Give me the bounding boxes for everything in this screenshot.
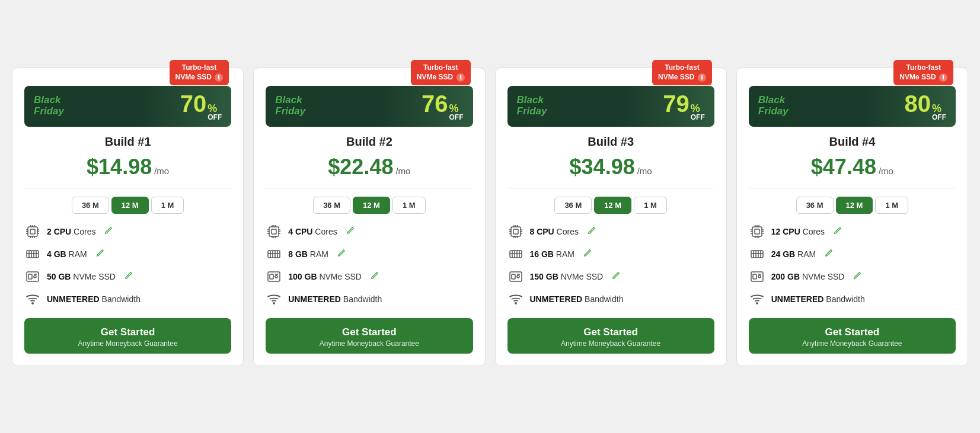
spec-item-wifi: UNMETERED Bandwidth (507, 291, 714, 307)
edit-icon[interactable] (587, 226, 596, 237)
ram-icon (749, 246, 765, 262)
edit-icon[interactable] (95, 248, 105, 259)
spec-text: 8 CPU Cores (530, 227, 579, 236)
price-line: $47.48 /mo (811, 155, 893, 179)
edit-icon[interactable] (853, 271, 862, 282)
period-btn-1m[interactable]: 1 M (875, 197, 908, 214)
period-btn-12m[interactable]: 12 M (594, 197, 631, 214)
svg-rect-21 (28, 274, 32, 279)
svg-rect-1 (30, 229, 35, 234)
spec-item-cpu: 12 CPU Cores (749, 223, 956, 240)
period-btn-36m[interactable]: 36 M (72, 197, 109, 214)
edit-icon[interactable] (611, 271, 621, 282)
cpu-icon (266, 223, 282, 240)
bf-discount: 79 % OFF (663, 92, 705, 121)
bf-off: OFF (691, 114, 705, 121)
info-icon[interactable]: ℹ (215, 73, 223, 82)
period-btn-36m[interactable]: 36 M (796, 197, 834, 214)
svg-point-24 (32, 303, 33, 304)
get-started-button[interactable]: Get Started Anytime Moneyback Guarantee (24, 318, 231, 354)
info-icon[interactable]: ℹ (939, 73, 947, 82)
spec-bold: UNMETERED (288, 294, 341, 304)
spec-item-wifi: UNMETERED Bandwidth (749, 291, 956, 307)
period-btn-12m[interactable]: 12 M (836, 197, 873, 214)
edit-icon[interactable] (104, 226, 113, 237)
get-started-button[interactable]: Get Started Anytime Moneyback Guarantee (266, 318, 473, 354)
spec-text: 16 GB RAM (530, 249, 574, 259)
edit-icon[interactable] (337, 248, 346, 259)
divider (266, 188, 473, 188)
bf-percent: % (449, 103, 459, 114)
bf-discount: 70 % OFF (180, 92, 222, 121)
build-title: Build #2 (346, 135, 392, 149)
ram-icon (24, 246, 41, 262)
edit-icon[interactable] (370, 271, 379, 282)
spec-bold: 8 CPU (530, 227, 554, 236)
turbo-badge: Turbo-fastNVMe SSD ℹ (411, 60, 471, 86)
edit-icon[interactable] (124, 271, 133, 282)
period-selector: 36 M12 M1 M (313, 197, 425, 214)
period-btn-1m[interactable]: 1 M (151, 197, 184, 214)
black-friday-banner: BlackFriday 80 % OFF (749, 86, 956, 127)
turbo-badge: Turbo-fastNVMe SSD ℹ (893, 60, 953, 86)
spec-item-cpu: 4 CPU Cores (266, 223, 473, 240)
info-icon[interactable]: ℹ (457, 73, 465, 82)
edit-icon[interactable] (824, 248, 834, 259)
bf-number: 76 (422, 92, 448, 116)
spec-item-ram: 24 GB RAM (749, 246, 956, 262)
edit-icon[interactable] (833, 226, 842, 237)
ram-icon (507, 246, 524, 262)
spec-text: 200 GB NVMe SSD (771, 272, 845, 281)
spec-item-wifi: UNMETERED Bandwidth (266, 291, 473, 307)
spec-item-ssd: 50 GB NVMe SSD (24, 268, 231, 285)
price-amount: $22.48 (328, 155, 393, 179)
svg-rect-26 (272, 229, 276, 234)
svg-rect-96 (753, 274, 756, 279)
bf-discount: 76 % OFF (422, 92, 464, 121)
divider (507, 188, 714, 188)
spec-text: 24 GB RAM (771, 249, 816, 259)
get-started-button[interactable]: Get Started Anytime Moneyback Guarantee (749, 318, 956, 354)
period-btn-12m[interactable]: 12 M (111, 197, 149, 214)
moneyback-label: Anytime Moneyback Guarantee (30, 339, 225, 348)
build-title: Build #4 (829, 135, 875, 149)
svg-rect-75 (752, 227, 762, 236)
cpu-icon (507, 223, 524, 240)
spec-bold: 16 GB (530, 249, 554, 259)
price-line: $22.48 /mo (328, 155, 410, 179)
bf-number: 70 (180, 92, 207, 116)
price-period: /mo (879, 166, 893, 176)
period-btn-1m[interactable]: 1 M (634, 197, 667, 214)
svg-point-72 (517, 275, 519, 278)
build-title: Build #3 (588, 135, 634, 149)
specs-list: 12 CPU Cores 24 GB RAM 200 GB NVMe SSD (749, 223, 956, 307)
spec-item-wifi: UNMETERED Bandwidth (24, 291, 231, 307)
period-btn-36m[interactable]: 36 M (313, 197, 350, 214)
ssd-icon (749, 268, 765, 285)
price-period: /mo (637, 166, 652, 176)
bf-number: 80 (905, 92, 931, 116)
svg-rect-51 (513, 229, 518, 234)
price-line: $14.98 /mo (87, 155, 169, 179)
period-selector: 36 M12 M1 M (554, 197, 666, 214)
period-btn-36m[interactable]: 36 M (554, 197, 592, 214)
bf-percent: % (208, 103, 217, 114)
spec-text: 8 GB RAM (288, 249, 328, 259)
svg-rect-46 (270, 274, 273, 279)
plans-container: Turbo-fastNVMe SSD ℹ BlackFriday 70 % OF… (12, 68, 968, 366)
period-selector: 36 M12 M1 M (72, 197, 184, 214)
period-btn-1m[interactable]: 1 M (392, 197, 426, 214)
wifi-icon (24, 291, 41, 307)
moneyback-label: Anytime Moneyback Guarantee (755, 339, 950, 348)
edit-icon[interactable] (583, 248, 592, 259)
edit-icon[interactable] (346, 226, 355, 237)
spec-item-cpu: 2 CPU Cores (24, 223, 231, 240)
bf-text: BlackFriday (275, 95, 305, 117)
bf-text: BlackFriday (517, 95, 547, 117)
ssd-icon (24, 268, 41, 285)
info-icon[interactable]: ℹ (698, 73, 706, 82)
svg-point-49 (273, 303, 274, 304)
divider (749, 188, 956, 188)
get-started-button[interactable]: Get Started Anytime Moneyback Guarantee (507, 318, 714, 354)
period-btn-12m[interactable]: 12 M (353, 197, 390, 214)
